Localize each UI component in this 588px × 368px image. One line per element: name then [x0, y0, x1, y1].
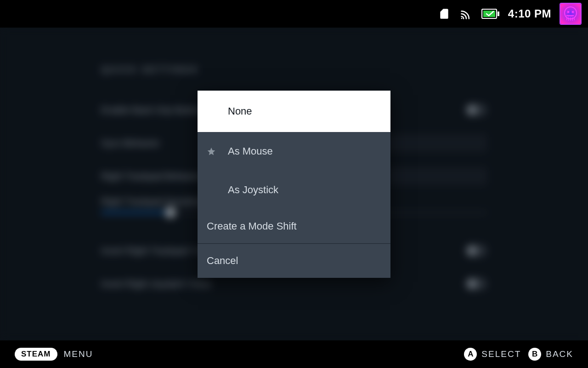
avatar[interactable]	[560, 3, 582, 25]
option-label: None	[228, 105, 252, 117]
hint-label: BACK	[546, 349, 573, 359]
a-button-icon: A	[464, 348, 477, 361]
cast-icon	[459, 7, 473, 21]
star-icon	[207, 147, 216, 156]
create-mode-shift-button[interactable]: Create a Mode Shift	[198, 209, 390, 243]
hint-select: A SELECT	[464, 348, 521, 361]
behavior-picker-modal: None As Mouse As Joystick Create a Mode …	[198, 91, 390, 278]
svg-rect-2	[498, 12, 499, 16]
sd-card-icon	[437, 7, 451, 21]
footer-bar: STEAM MENU A SELECT B BACK	[0, 340, 588, 368]
hint-back: B BACK	[528, 348, 573, 361]
steam-button[interactable]: STEAM	[15, 348, 57, 361]
cancel-button[interactable]: Cancel	[198, 244, 390, 278]
b-button-icon: B	[528, 348, 541, 361]
clock: 4:10 PM	[508, 7, 551, 20]
menu-label: MENU	[64, 349, 93, 359]
hint-label: SELECT	[481, 349, 521, 359]
option-label: As Joystick	[228, 184, 278, 196]
option-as-mouse[interactable]: As Mouse	[198, 132, 390, 171]
status-bar: 4:10 PM	[0, 0, 588, 28]
option-label: As Mouse	[228, 145, 273, 157]
action-label: Create a Mode Shift	[207, 220, 297, 232]
battery-icon	[481, 7, 500, 21]
option-as-joystick[interactable]: As Joystick	[198, 171, 390, 209]
option-none[interactable]: None	[198, 91, 390, 132]
svg-point-0	[461, 18, 462, 19]
action-label: Cancel	[207, 255, 238, 267]
